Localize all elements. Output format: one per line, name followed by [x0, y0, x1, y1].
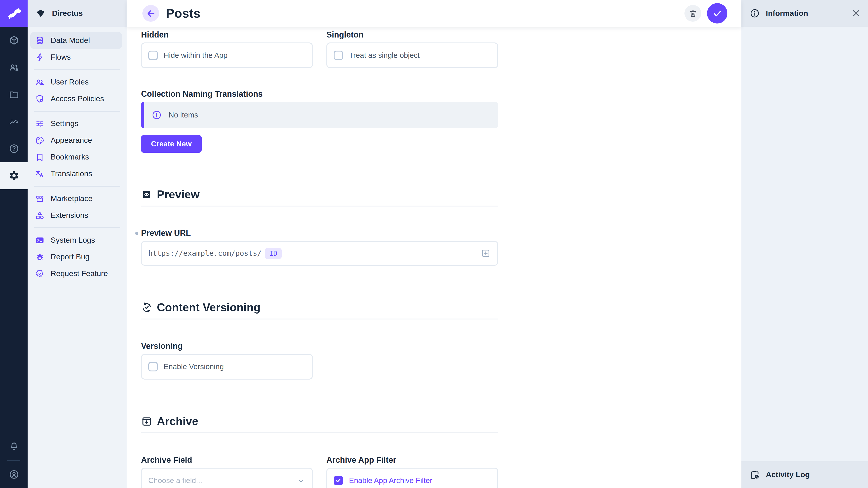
save-button[interactable]	[707, 3, 727, 24]
people-icon	[35, 77, 45, 87]
page-header: Posts	[127, 0, 741, 27]
nav-item-flows[interactable]: Flows	[30, 49, 122, 66]
info-circle-icon	[749, 8, 760, 19]
archive-filter-checkbox-field[interactable]: Enable App Archive Filter	[327, 468, 498, 488]
checkbox-label: Hide within the App	[164, 51, 228, 60]
activity-log-label: Activity Log	[766, 470, 810, 479]
nav-item-label: Flows	[51, 53, 71, 62]
module-content-icon[interactable]	[0, 27, 28, 54]
nav-item-system-logs[interactable]: System Logs	[30, 232, 122, 249]
hidden-checkbox-field[interactable]: Hide within the App	[141, 42, 313, 68]
notifications-bell-icon[interactable]	[0, 433, 28, 460]
close-sidebar-button[interactable]	[851, 8, 861, 18]
module-settings-icon[interactable]	[0, 162, 28, 189]
section-heading: Content Versioning	[141, 301, 498, 314]
field-label: Hidden	[141, 30, 313, 40]
checkbox-label: Treat as single object	[349, 51, 420, 60]
nav-item-marketplace[interactable]: Marketplace	[30, 190, 122, 207]
preview-section: Preview Preview URL https://example.com/…	[141, 188, 498, 266]
nav-item-bookmarks[interactable]: Bookmarks	[30, 149, 122, 165]
field-preview-url: Preview URL https://example.com/posts/ I…	[141, 228, 498, 266]
terminal-icon	[35, 235, 45, 245]
nav-item-data-model[interactable]: Data Model	[30, 32, 122, 49]
nav-item-label: User Roles	[51, 77, 89, 87]
archive-fields-row: Archive Field Choose a field... Archive …	[141, 455, 498, 488]
nav-divider	[34, 111, 120, 111]
checkbox-checked-icon	[334, 476, 343, 485]
rabbit-icon	[6, 5, 22, 22]
info-sidebar-title: Information	[766, 9, 845, 18]
archive-field-select[interactable]: Choose a field...	[141, 468, 313, 488]
directus-logo[interactable]	[0, 0, 28, 27]
nav-list: Data Model Flows User Roles Access Polic…	[28, 27, 127, 282]
nav-item-translations[interactable]: Translations	[30, 165, 122, 182]
collection-settings-form: Hidden Hide within the App Singleton Tre…	[127, 27, 498, 488]
create-new-label: Create New	[151, 140, 192, 148]
project-chooser[interactable]: Directus	[28, 0, 127, 27]
archive-box-icon	[141, 416, 152, 427]
shield-lock-icon	[35, 94, 45, 104]
empty-list-notice: No items	[141, 102, 498, 128]
section-heading: Archive	[141, 415, 498, 428]
checkbox-label: Enable App Archive Filter	[349, 476, 432, 485]
chevron-down-icon	[297, 476, 306, 485]
nav-item-extensions[interactable]: Extensions	[30, 207, 122, 224]
checkbox-unchecked-icon	[148, 51, 158, 60]
nav-item-report-bug[interactable]: Report Bug	[30, 249, 122, 265]
translate-icon	[35, 169, 45, 179]
module-user-directory-icon[interactable]	[0, 54, 28, 81]
add-field-button[interactable]	[480, 248, 491, 258]
preview-eye-icon	[141, 189, 152, 200]
module-bar	[0, 0, 28, 488]
settings-nav: Directus Data Model Flows User Roles Acc…	[28, 0, 127, 488]
activity-log-icon	[749, 469, 760, 480]
field-label: Singleton	[327, 30, 498, 40]
section-title: Content Versioning	[157, 301, 260, 314]
singleton-checkbox-field[interactable]: Treat as single object	[327, 42, 498, 68]
create-new-button[interactable]: Create New	[141, 135, 202, 153]
section-divider	[141, 432, 498, 433]
project-fan-icon	[35, 8, 46, 19]
page-title: Posts	[166, 6, 200, 21]
field-label: Collection Naming Translations	[141, 89, 498, 99]
nav-item-user-roles[interactable]: User Roles	[30, 74, 122, 90]
form-row: Hidden Hide within the App Singleton Tre…	[141, 30, 498, 68]
activity-log-bar[interactable]: Activity Log	[741, 461, 868, 488]
section-title: Preview	[157, 188, 199, 201]
section-divider	[141, 319, 498, 320]
module-file-library-icon[interactable]	[0, 81, 28, 108]
module-documentation-icon[interactable]	[0, 135, 28, 162]
bolt-icon	[35, 52, 45, 62]
nav-divider	[34, 186, 120, 187]
nav-item-label: Extensions	[51, 211, 88, 220]
nav-item-label: Data Model	[51, 36, 90, 45]
nav-item-label: System Logs	[51, 236, 95, 245]
field-label: Preview URL	[141, 228, 498, 238]
new-releases-icon	[35, 269, 45, 279]
module-insights-icon[interactable]	[0, 108, 28, 135]
nav-item-label: Access Policies	[51, 94, 104, 103]
tune-icon	[35, 119, 45, 129]
palette-icon	[35, 135, 45, 145]
delete-collection-button[interactable]	[684, 5, 701, 22]
field-naming-translations: Collection Naming Translations No items …	[141, 89, 498, 153]
arrow-left-icon	[146, 8, 156, 18]
check-icon	[712, 8, 723, 19]
nav-item-access-policies[interactable]: Access Policies	[30, 90, 122, 107]
field-singleton: Singleton Treat as single object	[327, 30, 498, 68]
nav-item-appearance[interactable]: Appearance	[30, 132, 122, 149]
database-icon	[35, 35, 45, 45]
field-versioning: Versioning Enable Versioning	[141, 341, 498, 380]
nav-item-settings[interactable]: Settings	[30, 115, 122, 132]
nav-divider	[34, 227, 120, 228]
field-label: Versioning	[141, 341, 498, 351]
nav-item-request-feature[interactable]: Request Feature	[30, 265, 122, 282]
directus-app: Directus Data Model Flows User Roles Acc…	[0, 0, 868, 488]
versioning-checkbox-field[interactable]: Enable Versioning	[141, 354, 313, 380]
preview-url-input[interactable]: https://example.com/posts/ ID	[141, 241, 498, 266]
back-button[interactable]	[143, 5, 159, 22]
empty-list-text: No items	[168, 111, 198, 119]
account-avatar-icon[interactable]	[0, 461, 28, 488]
field-hidden: Hidden Hide within the App	[141, 30, 313, 68]
nav-item-label: Settings	[51, 119, 79, 128]
